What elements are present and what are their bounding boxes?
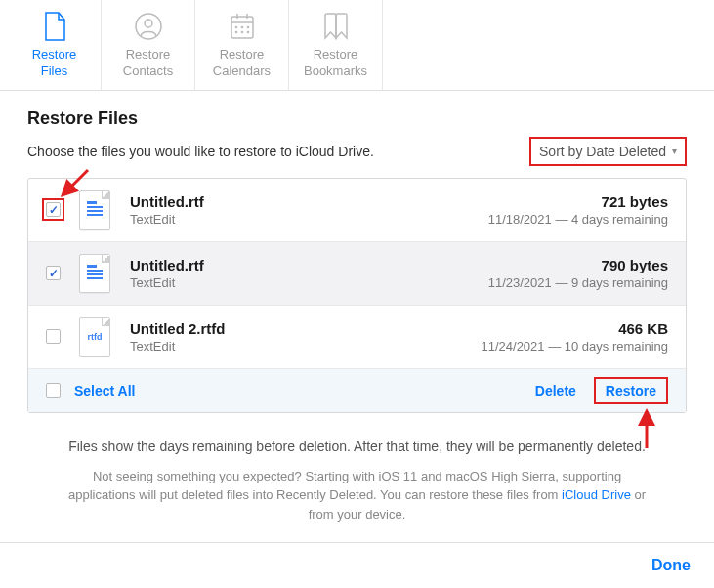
tab-restore-files[interactable]: Restore Files	[8, 0, 102, 90]
file-date: 11/23/2021 — 9 days remaining	[488, 275, 668, 290]
file-name: Untitled 2.rtfd	[130, 320, 481, 337]
help-text: Files show the days remaining before del…	[66, 437, 648, 525]
tab-restore-bookmarks[interactable]: Restore Bookmarks	[289, 0, 383, 90]
file-checkbox[interactable]	[46, 202, 61, 217]
file-app: TextEdit	[130, 212, 488, 227]
restore-button[interactable]: Restore	[606, 383, 656, 399]
sort-label: Sort by Date Deleted	[539, 144, 666, 159]
file-type-icon	[79, 254, 116, 293]
file-name: Untitled.rtf	[130, 257, 488, 273]
file-checkbox[interactable]	[46, 329, 61, 344]
page-title: Restore Files	[27, 108, 687, 129]
action-bar: Select All Delete Restore	[28, 369, 686, 412]
file-row[interactable]: Untitled.rtf TextEdit 790 bytes 11/23/20…	[28, 242, 686, 306]
file-checkbox[interactable]	[46, 266, 61, 280]
svg-point-1	[145, 20, 152, 27]
file-row[interactable]: Untitled.rtf TextEdit 721 bytes 11/18/20…	[28, 179, 686, 242]
tab-label-2: Contacts	[123, 63, 173, 78]
annotation-highlight: Restore	[594, 377, 668, 404]
file-name: Untitled.rtf	[130, 193, 488, 210]
contact-icon	[135, 12, 162, 41]
tab-label-2: Bookmarks	[304, 63, 367, 78]
svg-point-7	[241, 26, 242, 27]
file-date: 11/24/2021 — 10 days remaining	[481, 339, 668, 354]
delete-button[interactable]: Delete	[535, 383, 576, 399]
file-type-icon: rtfd	[79, 317, 116, 357]
file-date: 11/18/2021 — 4 days remaining	[488, 212, 668, 227]
svg-point-0	[136, 14, 161, 39]
file-row[interactable]: rtfd Untitled 2.rtfd TextEdit 466 KB 11/…	[28, 306, 686, 369]
file-app: TextEdit	[130, 339, 481, 354]
chevron-down-icon: ▾	[672, 146, 677, 156]
svg-point-11	[247, 31, 248, 32]
annotation-arrow-icon	[627, 405, 666, 452]
file-icon	[41, 12, 68, 41]
file-size: 466 KB	[481, 320, 668, 337]
calendar-icon	[229, 12, 256, 41]
sort-dropdown[interactable]: Sort by Date Deleted ▾	[529, 137, 687, 166]
annotation-arrow-icon	[55, 164, 94, 203]
tab-label-1: Restore	[314, 47, 358, 62]
svg-point-9	[235, 31, 236, 32]
tab-label-1: Restore	[126, 47, 171, 62]
done-button[interactable]: Done	[651, 557, 691, 573]
main-content: Restore Files Choose the files you would…	[0, 91, 714, 525]
header-row: Choose the files you would like to resto…	[27, 137, 687, 166]
svg-line-12	[63, 170, 88, 195]
tab-label-2: Calendars	[213, 63, 271, 78]
page-subtitle: Choose the files you would like to resto…	[27, 144, 374, 159]
file-app: TextEdit	[130, 275, 488, 290]
svg-point-6	[235, 26, 236, 27]
help-caption: Files show the days remaining before del…	[66, 437, 648, 457]
tab-label-1: Restore	[220, 47, 265, 62]
tab-restore-contacts[interactable]: Restore Contacts	[102, 0, 195, 90]
svg-point-10	[241, 31, 242, 32]
file-size: 721 bytes	[488, 193, 668, 210]
file-size: 790 bytes	[488, 257, 668, 273]
bookmark-icon	[322, 12, 350, 41]
footer-bar: Done	[0, 542, 714, 588]
svg-point-8	[247, 26, 248, 27]
select-all-checkbox[interactable]	[46, 383, 61, 398]
tab-label-2: Files	[41, 63, 67, 78]
help-notice-a: Not seeing something you expected? Start…	[68, 469, 621, 503]
tab-label-1: Restore	[32, 47, 77, 62]
file-ext-label: rtfd	[88, 332, 103, 342]
file-list: Untitled.rtf TextEdit 721 bytes 11/18/20…	[27, 178, 687, 413]
toolbar: Restore Files Restore Contacts Restore C…	[0, 0, 714, 91]
icloud-drive-link[interactable]: iCloud Drive	[562, 487, 631, 502]
tab-restore-calendars[interactable]: Restore Calendars	[195, 0, 289, 90]
select-all-link[interactable]: Select All	[74, 383, 136, 399]
